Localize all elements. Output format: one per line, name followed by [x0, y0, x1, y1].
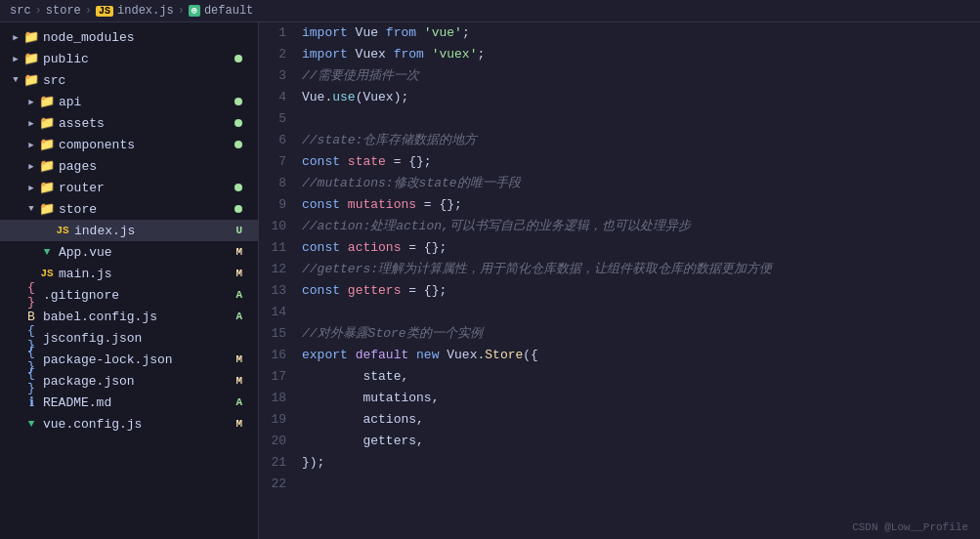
- line-22: 22: [259, 474, 980, 495]
- line-6: 6 //state:仓库存储数据的地方: [259, 130, 980, 151]
- line-content: mutations,: [302, 388, 980, 409]
- line-number: 2: [259, 44, 302, 65]
- line-number: 4: [259, 87, 302, 108]
- sidebar-item-vue-config[interactable]: ▼ vue.config.js M: [0, 413, 258, 435]
- line-number: 15: [259, 323, 302, 345]
- file-status-badge: M: [235, 246, 250, 258]
- sidebar-item-store[interactable]: ▼ 📁 store: [0, 198, 258, 220]
- line-1: 1 import Vue from 'vue';: [259, 22, 980, 44]
- sidebar-item-label: src: [43, 73, 250, 88]
- folder-icon: 📁: [39, 180, 55, 195]
- breadcrumb-src[interactable]: src: [10, 4, 31, 18]
- breadcrumb: src › store › JS index.js › ⊕ default: [0, 0, 980, 22]
- code-editor[interactable]: 1 import Vue from 'vue'; 2 import Vuex f…: [259, 22, 980, 539]
- breadcrumb-sep1: ›: [35, 4, 42, 18]
- line-5: 5: [259, 108, 980, 130]
- arrow-icon: ▼: [8, 75, 23, 85]
- main-layout: ▶ 📁 node_modules ▶ 📁 public ▼ 📁 src ▶ 📁 …: [0, 22, 980, 539]
- sidebar-item-pages[interactable]: ▶ 📁 pages: [0, 155, 258, 177]
- line-number: 8: [259, 173, 302, 194]
- line-content: const state = {};: [302, 151, 980, 173]
- file-status-badge: U: [235, 225, 250, 236]
- folder-icon: 📁: [39, 201, 55, 217]
- sidebar-item-label: jsconfig.json: [43, 331, 250, 346]
- line-content: [302, 302, 980, 323]
- sidebar-item-label: babel.config.js: [43, 310, 235, 324]
- line-content: [302, 108, 980, 130]
- line-number: 6: [259, 130, 302, 151]
- breadcrumb-sep2: ›: [85, 4, 92, 18]
- file-status-badge: A: [235, 396, 250, 408]
- breadcrumb-store[interactable]: store: [46, 4, 81, 18]
- line-13: 13 const getters = {};: [259, 280, 980, 302]
- breadcrumb-file[interactable]: index.js: [117, 4, 174, 18]
- sidebar-item-node-modules[interactable]: ▶ 📁 node_modules: [0, 26, 258, 48]
- line-content: const getters = {};: [302, 280, 980, 302]
- line-number: 5: [259, 108, 302, 130]
- js-badge: JS: [96, 6, 113, 17]
- line-9: 9 const mutations = {};: [259, 194, 980, 216]
- line-4: 4 Vue.use(Vuex);: [259, 87, 980, 108]
- breadcrumb-symbol: default: [204, 4, 253, 18]
- sidebar-item-assets[interactable]: ▶ 📁 assets: [0, 112, 258, 134]
- arrow-icon: ▶: [23, 183, 39, 193]
- sidebar-item-label: components: [59, 138, 234, 152]
- arrow-icon: ▼: [23, 204, 39, 214]
- info-file-icon: ℹ: [23, 394, 39, 410]
- folder-icon: 📁: [39, 94, 55, 109]
- sidebar-item-label: api: [59, 95, 234, 109]
- status-dot: [234, 98, 242, 105]
- sidebar-item-public[interactable]: ▶ 📁 public: [0, 48, 258, 69]
- sidebar-item-label: node_modules: [43, 30, 250, 45]
- line-content: [302, 474, 980, 495]
- line-14: 14: [259, 302, 980, 323]
- file-status-badge: M: [235, 353, 250, 365]
- sidebar-item-api[interactable]: ▶ 📁 api: [0, 91, 258, 112]
- file-explorer[interactable]: ▶ 📁 node_modules ▶ 📁 public ▼ 📁 src ▶ 📁 …: [0, 22, 259, 539]
- sidebar-item-package-json[interactable]: { } package.json M: [0, 370, 258, 392]
- line-3: 3 //需要使用插件一次: [259, 65, 980, 87]
- editor-content: 1 import Vue from 'vue'; 2 import Vuex f…: [259, 22, 980, 495]
- line-12: 12 //getters:理解为计算属性，用于简化仓库数据，让组件获取仓库的数据…: [259, 259, 980, 280]
- status-dot: [234, 184, 242, 191]
- line-2: 2 import Vuex from 'vuex';: [259, 44, 980, 65]
- line-16: 16 export default new Vuex.Store({: [259, 345, 980, 366]
- line-number: 21: [259, 452, 302, 474]
- arrow-icon: ▶: [8, 32, 23, 43]
- sidebar-item-label: assets: [59, 116, 234, 131]
- folder-icon: 📁: [23, 29, 39, 45]
- babel-file-icon: B: [23, 310, 39, 324]
- line-11: 11 const actions = {};: [259, 237, 980, 259]
- sidebar-item-router[interactable]: ▶ 📁 router: [0, 177, 258, 198]
- line-20: 20 getters,: [259, 431, 980, 452]
- arrow-icon: ▶: [23, 97, 39, 107]
- sidebar-item-label: index.js: [74, 224, 235, 238]
- sidebar-item-src[interactable]: ▼ 📁 src: [0, 69, 258, 91]
- status-dot: [234, 205, 242, 213]
- watermark: CSDN @Low__Profile: [852, 521, 968, 533]
- folder-icon: 📁: [23, 72, 39, 88]
- sidebar-item-gitignore[interactable]: { } .gitignore A: [0, 284, 258, 306]
- status-dot: [234, 55, 242, 62]
- line-number: 12: [259, 259, 302, 280]
- line-content: //mutations:修改state的唯一手段: [302, 173, 980, 194]
- vue-file-icon: ▼: [23, 418, 39, 430]
- sidebar-item-components[interactable]: ▶ 📁 components: [0, 134, 258, 155]
- status-dot: [234, 119, 242, 127]
- sidebar-item-label: pages: [59, 159, 250, 174]
- sidebar-item-label: public: [43, 52, 234, 66]
- sidebar-item-label: vue.config.js: [43, 417, 235, 432]
- line-content: });: [302, 452, 980, 474]
- line-number: 20: [259, 431, 302, 452]
- sidebar-item-label: .gitignore: [43, 288, 235, 303]
- arrow-icon: ▶: [8, 54, 23, 64]
- sidebar-item-readme[interactable]: ℹ README.md A: [0, 392, 258, 413]
- sidebar-item-index-js[interactable]: JS index.js U: [0, 220, 258, 241]
- sidebar-item-app-vue[interactable]: ▼ App.vue M: [0, 241, 258, 263]
- line-number: 19: [259, 409, 302, 431]
- line-content: export default new Vuex.Store({: [302, 345, 980, 366]
- line-number: 3: [259, 65, 302, 87]
- editor-wrapper: 1 import Vue from 'vue'; 2 import Vuex f…: [259, 22, 980, 539]
- js-file-icon: JS: [39, 268, 55, 279]
- line-17: 17 state,: [259, 366, 980, 388]
